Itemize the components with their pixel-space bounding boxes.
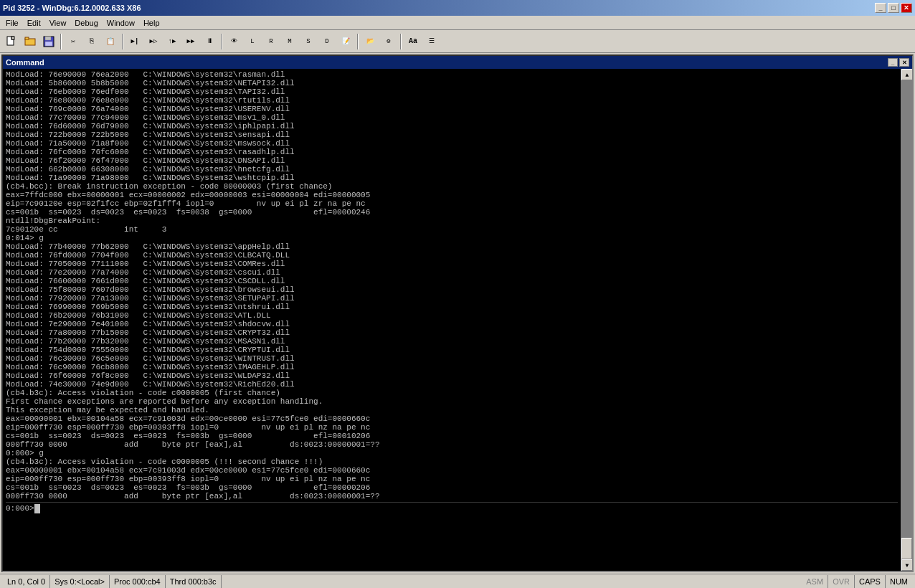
scroll-up-btn[interactable]: ▲ (901, 69, 912, 80)
toolbar-locals-btn[interactable]: L (244, 33, 261, 50)
command-titlebar: Command _ ✕ (3, 56, 912, 69)
output-line: ModLoad: 77c70000 77c94000 C:\WINDOWS\sy… (6, 113, 898, 122)
output-line: 0:000> g (6, 449, 898, 457)
output-line: cs=001b ss=0023 ds=0023 es=0023 fs=003b … (6, 432, 898, 440)
toolbar-sep-4 (357, 34, 359, 49)
output-line: This exception may be expected and handl… (6, 406, 898, 414)
svg-rect-1 (11, 37, 14, 39)
output-line: ModLoad: 77050000 77111000 C:\WINDOWS\sy… (6, 260, 898, 268)
minimize-button[interactable]: _ (875, 3, 886, 13)
output-line: eip=000ff730 esp=000ff730 ebp=00393ff8 i… (6, 423, 898, 432)
output-line: ModLoad: 662b0000 66308000 C:\WINDOWS\sy… (6, 165, 898, 174)
output-line: ModLoad: 76600000 7661d000 C:\WINDOWS\sy… (6, 277, 898, 285)
menu-debug[interactable]: Debug (70, 17, 102, 29)
output-line: ModLoad: 76d60000 76d79000 C:\WINDOWS\sy… (6, 122, 898, 131)
menu-view[interactable]: View (45, 17, 71, 29)
output-line: ModLoad: 76fd0000 7704f000 C:\WINDOWS\sy… (6, 251, 898, 260)
output-line: 000ff730 0000 add byte ptr [eax],al ds:0… (6, 492, 898, 501)
toolbar: ✂ ⎘ 📋 ▶| ▶▷ ↑▶ ▶▶ ⏸ 👁 L R M S D 📝 📂 ⚙ Aa… (0, 30, 915, 53)
toolbar-new-btn[interactable] (3, 33, 20, 50)
output-line: ModLoad: 76e80000 76e8e000 C:\WINDOWS\sy… (6, 96, 898, 105)
menu-window[interactable]: Window (103, 17, 139, 29)
output-line: ModLoad: 76f60000 76f8c000 C:\WINDOWS\sy… (6, 371, 898, 380)
output-line: ntdll!DbgBreakPoint: (6, 217, 898, 225)
svg-rect-5 (45, 37, 51, 40)
toolbar-watch-btn[interactable]: 👁 (225, 33, 242, 50)
output-line: ModLoad: 77e20000 77a74000 C:\WINDOWS\Sy… (6, 268, 898, 277)
menu-file[interactable]: File (1, 17, 23, 29)
toolbar-scratch-btn[interactable]: 📝 (337, 33, 354, 50)
toolbar-options-btn[interactable]: ⚙ (380, 33, 397, 50)
toolbar-save-btn[interactable] (40, 33, 57, 50)
menu-edit[interactable]: Edit (23, 17, 45, 29)
scroll-down-btn[interactable]: ▼ (901, 559, 912, 571)
output-line: 7c90120e cc int 3 (6, 225, 898, 234)
output-line: ModLoad: 71a90000 71a98000 C:\WINDOWS\Sy… (6, 174, 898, 182)
output-line: ModLoad: 77b20000 77b32000 C:\WINDOWS\sy… (6, 337, 898, 346)
toolbar-sep-1 (60, 34, 62, 49)
title-text: Pid 3252 - WinDbg:6.12.0002.633 X86 (3, 4, 141, 12)
cmd-prompt: 0:000> (6, 504, 34, 513)
toolbar-sep-3 (221, 34, 222, 49)
output-line: eip=000ff730 esp=000ff730 ebp=00393ff8 i… (6, 475, 898, 483)
command-close-btn[interactable]: ✕ (899, 58, 909, 67)
output-line: (cb4.b3c): Access violation - code c0000… (6, 457, 898, 466)
toolbar-copy-btn[interactable]: ⎘ (83, 33, 100, 50)
close-button[interactable]: ✕ (901, 3, 912, 13)
toolbar-step-over-btn[interactable]: ▶▷ (145, 33, 162, 50)
scroll-track[interactable] (901, 80, 912, 559)
output-line: ModLoad: 77b40000 77b62000 C:\WINDOWS\sy… (6, 242, 898, 251)
toolbar-step-into-btn[interactable]: ▶| (126, 33, 143, 50)
output-line: cs=001b ss=0023 ds=0023 es=0023 fs=003b … (6, 483, 898, 492)
output-line: ModLoad: 7e290000 7e401000 C:\WINDOWS\sy… (6, 320, 898, 328)
toolbar-paste-btn[interactable]: 📋 (102, 33, 119, 50)
toolbar-mem-btn[interactable]: M (281, 33, 298, 50)
output-scroll[interactable]: ModLoad: 76e90000 76ea2000 C:\WINDOWS\sy… (3, 69, 901, 571)
output-line: ModLoad: 74e30000 74e9d000 C:\WINDOWS\sy… (6, 380, 898, 389)
toolbar-sep-2 (122, 34, 123, 49)
status-ln-col: Ln 0, Col 0 (3, 575, 50, 588)
toolbar-regs-btn[interactable]: R (262, 33, 280, 50)
output-line: ModLoad: 76c90000 76cb8000 C:\WINDOWS\sy… (6, 363, 898, 371)
output-line: cs=001b ss=0023 ds=0023 es=0023 fs=0038 … (6, 208, 898, 217)
title-bar-buttons: _ □ ✕ (875, 3, 912, 13)
output-line: ModLoad: 76f20000 76f47000 C:\WINDOWS\sy… (6, 156, 898, 165)
menu-help[interactable]: Help (139, 17, 164, 29)
output-line: ModLoad: 769c0000 76a74000 C:\WINDOWS\sy… (6, 105, 898, 113)
scrollbar-right[interactable]: ▲ ▼ (901, 69, 912, 571)
output-line: ModLoad: 5b860000 5b8b5000 C:\WINDOWS\sy… (6, 79, 898, 87)
toolbar-options2-btn[interactable]: ☰ (423, 33, 440, 50)
toolbar-disasm-btn[interactable]: D (318, 33, 336, 50)
command-minimize-btn[interactable]: _ (888, 58, 898, 67)
toolbar-source-btn[interactable]: 📂 (361, 33, 379, 50)
toolbar-font-btn[interactable]: Aa (404, 33, 422, 50)
output-line: eax=7ffdc000 ebx=00000001 ecx=00000002 e… (6, 191, 898, 199)
title-bar: Pid 3252 - WinDbg:6.12.0002.633 X86 _ □ … (0, 0, 915, 16)
output-line: ModLoad: 722b0000 722b5000 C:\WINDOWS\sy… (6, 131, 898, 139)
output-line: eax=00000001 ebx=00104a58 ecx=7c91003d e… (6, 414, 898, 423)
toolbar-stack-btn[interactable]: S (300, 33, 317, 50)
output-line: ModLoad: 77920000 77a13000 C:\WINDOWS\sy… (6, 294, 898, 303)
toolbar-sep-5 (400, 34, 402, 49)
output-line: ModLoad: 76b20000 76b31000 C:\WINDOWS\sy… (6, 311, 898, 320)
status-ovr: OVR (828, 575, 855, 588)
output-line: ModLoad: 71a50000 71a8f000 C:\WINDOWS\Sy… (6, 139, 898, 148)
command-window: Command _ ✕ ModLoad: 76e90000 76ea2000 C… (1, 54, 914, 572)
output-line: (cb4.b3c): Access violation - code c0000… (6, 389, 898, 397)
toolbar-open-btn[interactable] (22, 33, 39, 50)
cmd-cursor (34, 504, 40, 513)
maximize-button[interactable]: □ (888, 3, 899, 13)
toolbar-cut-btn[interactable]: ✂ (65, 33, 82, 50)
toolbar-break-btn[interactable]: ⏸ (201, 33, 218, 50)
status-thrd: Thrd 000:b3c (166, 575, 222, 588)
status-asm: ASM (802, 575, 828, 588)
output-line: ModLoad: 754d0000 75550000 C:\WINDOWS\sy… (6, 346, 898, 354)
output-line: (cb4.bcc): Break instruction exception -… (6, 182, 898, 191)
scroll-thumb[interactable] (901, 538, 912, 559)
menu-bar: File Edit View Debug Window Help (0, 16, 915, 30)
output-line: ModLoad: 76e90000 76ea2000 C:\WINDOWS\sy… (6, 70, 898, 79)
output-line: ModLoad: 76990000 769b5000 C:\WINDOWS\sy… (6, 303, 898, 311)
toolbar-step-out-btn[interactable]: ↑▶ (163, 33, 181, 50)
toolbar-go-btn[interactable]: ▶▶ (182, 33, 199, 50)
output-line: eip=7c90120e esp=02f1fcc ebp=02f1fff4 io… (6, 199, 898, 208)
